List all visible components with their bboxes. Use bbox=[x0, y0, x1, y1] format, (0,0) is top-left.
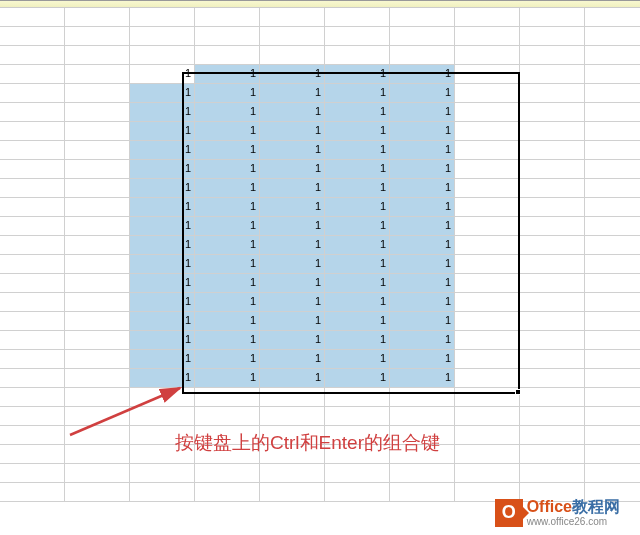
grid-cell[interactable] bbox=[325, 407, 390, 426]
grid-cell[interactable] bbox=[65, 350, 130, 369]
grid-cell[interactable]: 1 bbox=[130, 141, 195, 160]
grid-cell[interactable] bbox=[520, 293, 585, 312]
grid-cell[interactable] bbox=[585, 65, 640, 84]
grid-cell[interactable] bbox=[65, 65, 130, 84]
grid-cell[interactable] bbox=[65, 141, 130, 160]
grid-cell[interactable] bbox=[455, 217, 520, 236]
grid-cell[interactable] bbox=[585, 198, 640, 217]
grid-cell[interactable]: 1 bbox=[390, 350, 455, 369]
grid-cell[interactable]: 1 bbox=[390, 84, 455, 103]
grid-cell[interactable] bbox=[65, 464, 130, 483]
grid-cell[interactable] bbox=[0, 160, 65, 179]
grid-cell[interactable]: 1 bbox=[390, 198, 455, 217]
grid-cell[interactable] bbox=[585, 179, 640, 198]
grid-cell[interactable] bbox=[65, 274, 130, 293]
grid-cell[interactable] bbox=[195, 27, 260, 46]
grid-cell[interactable] bbox=[455, 46, 520, 65]
grid-cell[interactable] bbox=[260, 483, 325, 502]
grid-cell[interactable] bbox=[455, 464, 520, 483]
column-headers[interactable] bbox=[0, 0, 640, 8]
grid-cell[interactable] bbox=[325, 8, 390, 27]
grid-cell[interactable]: 1 bbox=[195, 65, 260, 84]
grid-cell[interactable] bbox=[585, 8, 640, 27]
grid-cell[interactable] bbox=[585, 350, 640, 369]
grid-cell[interactable]: 1 bbox=[325, 198, 390, 217]
grid-cell[interactable] bbox=[0, 255, 65, 274]
grid-cell[interactable] bbox=[585, 160, 640, 179]
grid-cell[interactable] bbox=[65, 27, 130, 46]
grid-cell[interactable] bbox=[65, 331, 130, 350]
grid-cell[interactable] bbox=[0, 84, 65, 103]
grid-cell[interactable] bbox=[455, 426, 520, 445]
grid-cell[interactable]: 1 bbox=[260, 255, 325, 274]
grid-cell[interactable]: 1 bbox=[260, 369, 325, 388]
grid-cell[interactable] bbox=[0, 274, 65, 293]
grid-cell[interactable]: 1 bbox=[195, 179, 260, 198]
grid-cell[interactable] bbox=[0, 46, 65, 65]
grid-cell[interactable]: 1 bbox=[195, 236, 260, 255]
grid-cell[interactable]: 1 bbox=[390, 236, 455, 255]
grid-cell[interactable] bbox=[585, 217, 640, 236]
grid-cell[interactable] bbox=[585, 369, 640, 388]
grid-cell[interactable]: 1 bbox=[325, 84, 390, 103]
grid-cell[interactable] bbox=[0, 141, 65, 160]
grid-cell[interactable] bbox=[0, 27, 65, 46]
grid-cell[interactable]: 1 bbox=[130, 312, 195, 331]
grid-cell[interactable] bbox=[520, 255, 585, 274]
grid-cell[interactable] bbox=[0, 312, 65, 331]
grid-cell[interactable] bbox=[455, 27, 520, 46]
grid-cell[interactable] bbox=[0, 350, 65, 369]
grid-cell[interactable] bbox=[65, 217, 130, 236]
grid-cell[interactable]: 1 bbox=[195, 369, 260, 388]
grid-cell[interactable]: 1 bbox=[195, 122, 260, 141]
grid-cell[interactable] bbox=[585, 84, 640, 103]
grid-cell[interactable] bbox=[65, 312, 130, 331]
grid-cell[interactable]: 1 bbox=[130, 274, 195, 293]
grid-cell[interactable]: 1 bbox=[325, 141, 390, 160]
grid-cell[interactable] bbox=[455, 236, 520, 255]
grid-cell[interactable] bbox=[455, 407, 520, 426]
grid-cell[interactable] bbox=[0, 236, 65, 255]
grid-cell[interactable] bbox=[455, 274, 520, 293]
grid-cell[interactable]: 1 bbox=[325, 274, 390, 293]
grid-cell[interactable] bbox=[0, 198, 65, 217]
grid-cell[interactable]: 1 bbox=[130, 103, 195, 122]
grid-cell[interactable] bbox=[260, 407, 325, 426]
grid-cell[interactable] bbox=[195, 46, 260, 65]
grid-cell[interactable] bbox=[585, 426, 640, 445]
grid-cell[interactable]: 1 bbox=[325, 160, 390, 179]
grid-cell[interactable] bbox=[520, 84, 585, 103]
grid-cell[interactable]: 1 bbox=[195, 141, 260, 160]
grid-cell[interactable] bbox=[195, 388, 260, 407]
grid-cell[interactable]: 1 bbox=[390, 312, 455, 331]
grid-cell[interactable] bbox=[520, 65, 585, 84]
grid-cell[interactable]: 1 bbox=[130, 236, 195, 255]
grid-cell[interactable] bbox=[520, 8, 585, 27]
grid-cell[interactable]: 1 bbox=[195, 198, 260, 217]
grid-cell[interactable] bbox=[65, 369, 130, 388]
grid-cell[interactable] bbox=[390, 46, 455, 65]
grid-cell[interactable] bbox=[0, 464, 65, 483]
grid-cell[interactable] bbox=[455, 8, 520, 27]
grid-cell[interactable] bbox=[585, 141, 640, 160]
grid-cell[interactable]: 1 bbox=[130, 160, 195, 179]
grid-cell[interactable] bbox=[325, 46, 390, 65]
grid-cell[interactable] bbox=[0, 217, 65, 236]
grid-cell[interactable] bbox=[0, 445, 65, 464]
grid-cell[interactable]: 1 bbox=[195, 350, 260, 369]
grid-cell[interactable] bbox=[585, 464, 640, 483]
grid-cell[interactable] bbox=[65, 179, 130, 198]
grid-cell[interactable] bbox=[520, 122, 585, 141]
grid-cell[interactable]: 1 bbox=[260, 198, 325, 217]
grid-cell[interactable] bbox=[65, 8, 130, 27]
grid-cell[interactable]: 1 bbox=[195, 293, 260, 312]
grid-cell[interactable] bbox=[390, 27, 455, 46]
grid-cell[interactable] bbox=[585, 122, 640, 141]
grid-cell[interactable] bbox=[455, 122, 520, 141]
grid-cell[interactable]: 1 bbox=[260, 84, 325, 103]
grid-cell[interactable] bbox=[390, 407, 455, 426]
grid-cell[interactable] bbox=[130, 388, 195, 407]
grid-cell[interactable]: 1 bbox=[130, 122, 195, 141]
grid-cell[interactable]: 1 bbox=[195, 103, 260, 122]
grid-cell[interactable]: 1 bbox=[325, 122, 390, 141]
